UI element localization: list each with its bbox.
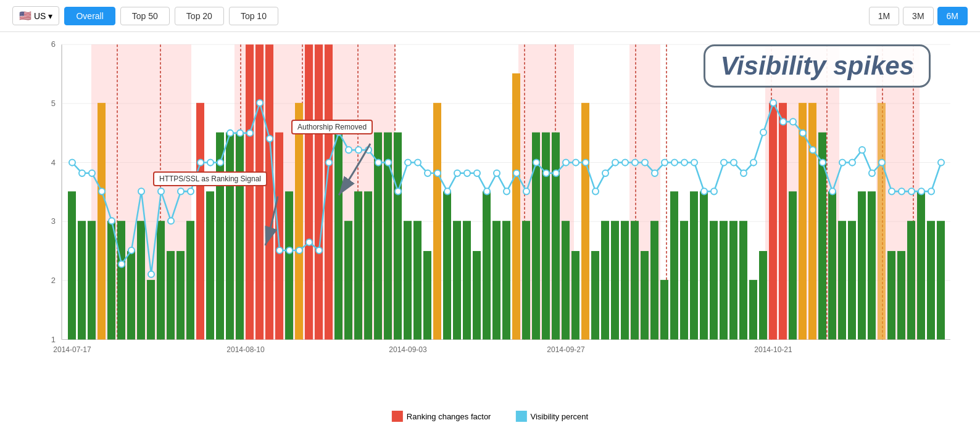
svg-rect-42	[147, 280, 155, 340]
svg-point-181	[642, 159, 648, 165]
svg-rect-35	[78, 221, 86, 339]
svg-point-164	[474, 170, 480, 176]
tab-top20[interactable]: Top 20	[175, 7, 224, 25]
time-6m[interactable]: 6M	[937, 7, 968, 25]
svg-rect-87	[591, 251, 599, 340]
svg-point-148	[316, 247, 322, 253]
svg-point-202	[849, 159, 855, 165]
svg-point-184	[671, 159, 678, 165]
svg-text:5: 5	[51, 99, 56, 108]
svg-point-141	[247, 130, 253, 136]
svg-point-140	[237, 130, 243, 136]
svg-rect-103	[749, 280, 757, 340]
legend-visibility: Visibility percent	[515, 411, 588, 422]
svg-rect-75	[473, 251, 481, 340]
visibility-color-box	[515, 411, 526, 422]
svg-rect-44	[167, 251, 175, 340]
country-selector[interactable]: 🇺🇸 US ▾	[12, 6, 59, 25]
svg-point-179	[622, 159, 628, 165]
svg-rect-41	[137, 221, 145, 339]
svg-point-151	[346, 147, 352, 153]
svg-rect-36	[88, 221, 96, 339]
svg-rect-84	[562, 221, 570, 339]
svg-point-161	[444, 188, 451, 194]
svg-point-129	[128, 247, 135, 253]
svg-point-177	[602, 170, 608, 176]
svg-rect-121	[927, 221, 935, 339]
svg-point-160	[434, 170, 441, 176]
svg-point-134	[178, 188, 184, 194]
tab-top50[interactable]: Top 50	[120, 7, 170, 25]
svg-rect-116	[878, 103, 886, 340]
svg-rect-100	[720, 221, 728, 339]
svg-rect-105	[769, 103, 777, 340]
annotation-authorship: Authorship Removed	[291, 120, 373, 134]
ranking-color-box	[392, 411, 403, 422]
svg-rect-58	[305, 44, 313, 339]
svg-point-163	[464, 170, 470, 176]
svg-point-198	[810, 147, 816, 153]
svg-rect-107	[789, 191, 797, 339]
svg-point-123	[69, 159, 75, 165]
chevron-down-icon: ▾	[48, 11, 52, 21]
svg-point-180	[632, 159, 638, 165]
svg-point-130	[138, 188, 144, 194]
svg-rect-50	[226, 133, 234, 340]
svg-point-128	[118, 261, 125, 267]
main-chart: 1 2 3 4 5 6	[37, 38, 955, 390]
svg-rect-96	[680, 221, 688, 339]
svg-point-125	[89, 170, 95, 176]
svg-point-186	[691, 159, 697, 165]
svg-rect-120	[917, 191, 925, 339]
svg-rect-91	[631, 221, 639, 339]
time-1m[interactable]: 1M	[869, 7, 899, 25]
svg-point-188	[711, 188, 717, 194]
svg-point-170	[533, 159, 539, 165]
annotation-https: HTTPS/SSL as Ranking Signal	[153, 171, 267, 186]
svg-text:2014-07-17: 2014-07-17	[53, 345, 91, 354]
svg-point-143	[267, 136, 273, 142]
svg-text:3: 3	[51, 216, 56, 226]
tab-top10[interactable]: Top 10	[229, 7, 278, 25]
svg-rect-55	[275, 133, 283, 340]
svg-point-171	[543, 170, 549, 176]
svg-rect-95	[670, 191, 678, 339]
svg-text:1: 1	[51, 335, 56, 344]
svg-point-176	[592, 188, 599, 194]
svg-rect-112	[838, 221, 846, 339]
svg-rect-90	[621, 221, 629, 339]
svg-rect-39	[117, 221, 125, 339]
svg-point-159	[425, 170, 431, 176]
svg-rect-85	[571, 251, 579, 340]
svg-rect-109	[808, 103, 816, 340]
svg-rect-89	[611, 221, 619, 339]
svg-rect-122	[937, 221, 945, 339]
svg-rect-104	[759, 251, 767, 340]
svg-rect-61	[334, 133, 343, 340]
visibility-spikes-title: Visibility spikes	[704, 44, 931, 88]
svg-rect-45	[176, 251, 185, 340]
svg-point-157	[405, 159, 411, 165]
svg-text:2014-10-21: 2014-10-21	[754, 345, 792, 354]
svg-text:6: 6	[51, 39, 56, 49]
tab-overall[interactable]: Overall	[64, 7, 115, 25]
svg-text:2014-09-27: 2014-09-27	[547, 345, 585, 354]
svg-point-203	[859, 147, 865, 153]
svg-point-144	[276, 247, 283, 253]
svg-point-197	[800, 130, 806, 136]
svg-point-136	[197, 159, 204, 165]
svg-rect-52	[246, 44, 254, 339]
svg-point-207	[899, 188, 905, 194]
svg-point-139	[227, 130, 233, 136]
svg-rect-47	[196, 103, 204, 340]
svg-rect-86	[581, 103, 589, 340]
svg-point-187	[701, 188, 707, 194]
svg-point-156	[395, 188, 401, 194]
svg-rect-77	[492, 221, 500, 339]
time-3m[interactable]: 3M	[903, 7, 933, 25]
svg-point-178	[612, 159, 618, 165]
svg-rect-56	[285, 191, 293, 339]
flag-icon: 🇺🇸	[19, 10, 31, 22]
svg-point-169	[523, 188, 529, 194]
svg-text:2: 2	[51, 276, 56, 285]
